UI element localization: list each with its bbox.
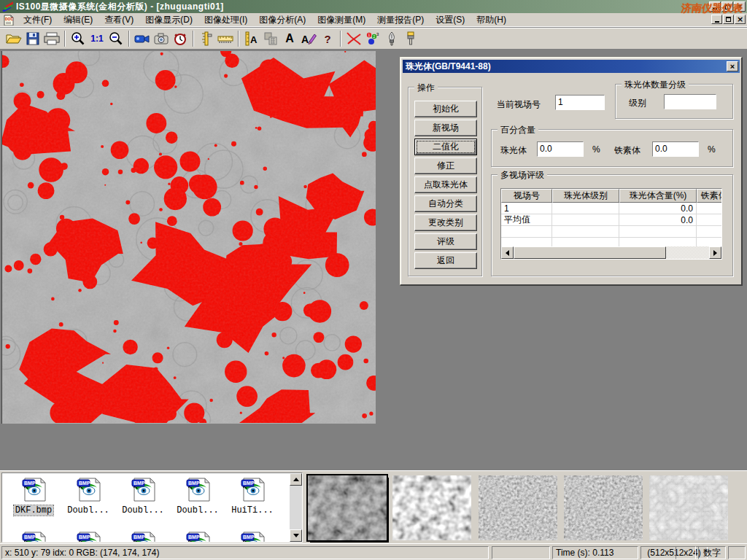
mode-panel: 数字	[698, 546, 726, 559]
current-field-input[interactable]: 1	[555, 95, 605, 110]
caliper-vertical-icon[interactable]	[198, 30, 215, 47]
ruler-horizontal-icon[interactable]	[217, 30, 234, 47]
zoom-in-icon[interactable]	[69, 30, 87, 47]
zoom-out-icon[interactable]	[107, 30, 125, 47]
scroll-track[interactable]	[514, 246, 709, 259]
file-item[interactable]: Doubl...	[172, 478, 223, 516]
menu-settings[interactable]: 设置(S)	[430, 12, 471, 28]
toolbar: 1:1 A A A ? 123	[0, 28, 747, 50]
grid-stamp-icon[interactable]	[262, 30, 279, 47]
menu-file[interactable]: 文件(F)	[18, 12, 58, 28]
scroll-left-button[interactable]	[501, 246, 514, 259]
child-close-button[interactable]: ×	[735, 15, 746, 24]
grade-level-input[interactable]	[664, 94, 716, 109]
binarize-button[interactable]: 二值化	[414, 139, 477, 155]
file-list-scrollbar[interactable]	[290, 473, 302, 542]
ferrite-percent-input[interactable]: 0.0	[652, 141, 699, 157]
timer-clock-icon[interactable]	[171, 30, 189, 47]
file-item[interactable]: HuiTi...	[227, 478, 278, 516]
thumbnail-image[interactable]	[564, 475, 643, 540]
vendor-watermark: 济南仪器仪表	[681, 2, 743, 15]
scroll-up-button[interactable]	[290, 473, 302, 486]
camera-icon[interactable]	[152, 30, 170, 47]
open-file-icon[interactable]	[5, 30, 23, 47]
text-annotation-icon[interactable]: A	[281, 30, 298, 47]
menu-image-measure[interactable]: 图像测量(M)	[311, 12, 371, 28]
menu-image-processing[interactable]: 图像处理(I)	[198, 12, 253, 28]
table-row[interactable]: 1 0.0	[501, 203, 721, 214]
multifield-group-label: 多视场评级	[498, 169, 547, 182]
file-item[interactable]	[172, 532, 223, 542]
toolbar-separator	[128, 31, 130, 47]
thumbnail-image[interactable]	[649, 475, 728, 540]
pen-tool-icon[interactable]	[383, 30, 400, 47]
file-item[interactable]	[63, 532, 114, 542]
thumbnail-image[interactable]	[479, 475, 557, 540]
file-item[interactable]	[227, 532, 278, 542]
thumbnail-image[interactable]	[308, 475, 387, 540]
menu-edit[interactable]: 编辑(E)	[58, 12, 98, 28]
menu-view[interactable]: 查看(V)	[98, 12, 139, 28]
reject-curve-icon[interactable]	[345, 30, 363, 47]
pearlite-label: 珠光体	[500, 144, 527, 157]
col-field-no[interactable]: 视场号	[501, 189, 552, 203]
scroll-down-button[interactable]	[290, 529, 302, 542]
print-icon[interactable]	[43, 30, 61, 47]
dialog-close-button[interactable]: ×	[727, 61, 738, 71]
child-window-controls: ×	[711, 15, 746, 24]
file-item[interactable]	[8, 532, 59, 542]
file-item[interactable]	[117, 532, 169, 542]
menu-help[interactable]: 帮助(H)	[471, 12, 512, 28]
file-name[interactable]: Doubl...	[66, 505, 111, 516]
video-camera-icon[interactable]	[133, 30, 151, 47]
file-name[interactable]: Doubl...	[175, 505, 220, 516]
help-icon[interactable]: ?	[319, 30, 336, 47]
grade-button[interactable]: 评级	[414, 233, 477, 250]
brush-tool-icon[interactable]	[402, 30, 419, 47]
correct-button[interactable]: 修正	[414, 158, 477, 174]
menu-measure-report[interactable]: 测量报告(P)	[371, 12, 430, 28]
file-item[interactable]: Doubl...	[63, 478, 114, 516]
file-name[interactable]: Doubl...	[120, 505, 166, 516]
file-item[interactable]: Doubl...	[117, 478, 169, 516]
init-button[interactable]: 初始化	[414, 101, 477, 117]
toolbar-separator	[340, 31, 341, 47]
table-row[interactable]: 平均值 0.0	[501, 214, 721, 226]
thumbnail-image[interactable]	[392, 475, 471, 540]
edit-annotation-icon[interactable]: A	[300, 30, 317, 47]
table-horizontal-scrollbar[interactable]	[501, 246, 721, 259]
scroll-right-button[interactable]	[709, 246, 721, 259]
measure-text-icon[interactable]: A	[243, 30, 260, 47]
dialog-title-text: 珠光体(GB/T9441-88)	[406, 61, 491, 73]
table-row-empty	[501, 226, 721, 238]
child-restore-button[interactable]	[723, 15, 734, 24]
child-minimize-button[interactable]	[711, 15, 722, 24]
dialog-title-bar[interactable]: 珠光体(GB/T9441-88) ×	[403, 60, 740, 73]
empty-panel	[492, 546, 550, 559]
svg-text:DOC: DOC	[5, 17, 14, 21]
classify-dots-icon[interactable]: 123	[364, 30, 382, 47]
multifield-table[interactable]: 视场号 珠光体级别 珠光体含量(%) 铁素体含量(%) 1 0.0 平均值 0.…	[500, 188, 722, 260]
menu-image-analysis[interactable]: 图像分析(A)	[253, 12, 311, 28]
scroll-thumb[interactable]	[514, 246, 666, 259]
new-field-button[interactable]: 新视场	[414, 120, 477, 136]
col-ferrite-content[interactable]: 铁素体含量(%)	[697, 189, 722, 203]
auto-classify-button[interactable]: 自动分类	[414, 195, 477, 212]
file-browser[interactable]: BMP DKF.bmp Doubl... Doubl... Doubl... H…	[1, 472, 303, 542]
menu-image-display[interactable]: 图像显示(D)	[139, 12, 198, 28]
file-name[interactable]: DKF.bmp	[14, 505, 53, 516]
col-pearlite-grade[interactable]: 珠光体级别	[552, 189, 619, 203]
pick-pearlite-button[interactable]: 点取珠光体	[414, 176, 477, 193]
micrograph-image[interactable]	[1, 51, 376, 424]
col-pearlite-content[interactable]: 珠光体含量(%)	[619, 189, 697, 203]
pearlite-dialog: 珠光体(GB/T9441-88) × 操作 初始化 新视场 二值化 修正 点取珠…	[400, 57, 743, 286]
svg-text:1: 1	[368, 33, 371, 37]
return-button[interactable]: 返回	[414, 252, 477, 269]
actual-size-icon[interactable]: 1:1	[88, 30, 106, 47]
file-name[interactable]: HuiTi...	[230, 505, 275, 516]
file-item[interactable]: DKF.bmp	[8, 478, 59, 516]
save-icon[interactable]	[24, 30, 42, 47]
pearlite-percent-input[interactable]: 0.0	[537, 141, 584, 157]
change-class-button[interactable]: 更改类别	[414, 214, 477, 231]
document-icon[interactable]: DOC	[3, 15, 15, 26]
